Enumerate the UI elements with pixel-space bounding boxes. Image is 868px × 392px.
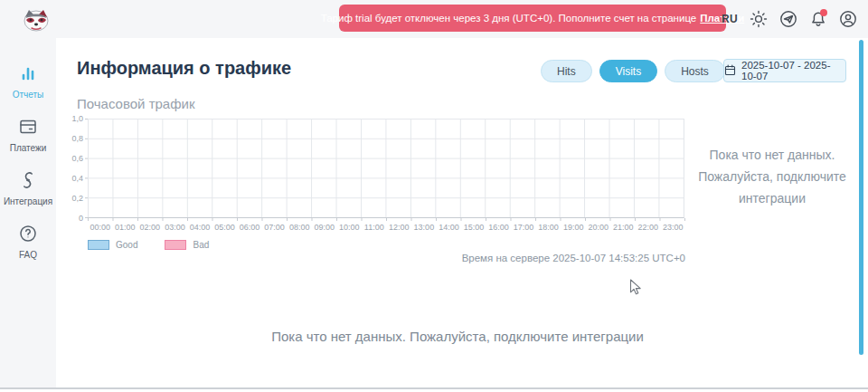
date-range-value: 2025-10-07 - 2025-10-07 [741,60,845,81]
sidebar: Отчеты Платежи Интеграция [0,38,56,387]
theme-sun-icon[interactable] [750,10,768,28]
topbar-actions: RU [722,0,857,38]
no-data-bottom-message: Пока что нет данных. Пожалуйста, подключ… [56,329,859,344]
x-tick-label: 03:00 [163,223,188,232]
page-title: Информация о трафике [77,58,291,79]
x-tick-label: 08:00 [287,223,312,232]
bottom-divider [0,387,868,389]
bar-chart-icon [18,63,38,87]
x-tick-label: 15:00 [461,223,486,232]
x-tick-label: 02:00 [137,223,163,232]
credit-card-icon [18,117,38,140]
x-tick-label: 12:00 [387,223,412,232]
sidebar-item-label: Платежи [10,143,47,153]
x-tick-label: 00:00 [88,223,113,232]
notifications-bell-icon[interactable] [809,10,827,28]
sidebar-item-label: Отчеты [13,90,44,100]
x-tick-label: 05:00 [212,223,238,232]
y-tick-label: 0,4 [71,175,83,183]
tab-visits[interactable]: Visits [599,60,657,82]
legend-swatch [165,240,186,250]
raccoon-logo-icon[interactable] [20,3,52,35]
notification-dot [820,9,827,16]
legend-item: Good [88,240,137,250]
trial-warning-banner: Тариф trial будет отключен через 3 дня (… [339,5,726,32]
y-tick-label: 0,6 [71,155,83,163]
x-tick-label: 07:00 [262,223,288,232]
sidebar-item-reports[interactable]: Отчеты [13,63,44,100]
x-tick-label: 20:00 [586,223,611,232]
integration-icon [18,170,38,194]
legend-item: Bad [165,240,209,250]
chart-title: Почасовой трафик [77,96,195,111]
x-tick-label: 06:00 [237,223,262,232]
x-tick-label: 16:00 [486,223,512,232]
x-tick-label: 04:00 [187,223,212,232]
calendar-icon [724,64,736,78]
main-content: Информация о трафике Hits Visits Hosts 2… [56,38,859,387]
top-bar: Тариф trial будет отключен через 3 дня (… [0,0,868,38]
telegram-icon[interactable] [779,10,797,28]
banner-text: Тариф trial будет отключен через 3 дня (… [321,13,697,24]
x-tick-label: 09:00 [312,223,337,232]
x-tick-label: 01:00 [113,223,138,232]
sidebar-item-label: FAQ [19,250,37,260]
y-tick-label: 1,0 [71,115,83,123]
x-tick-label: 22:00 [636,223,661,232]
y-tick-label: 0,2 [71,195,83,203]
tab-hits[interactable]: Hits [541,60,592,82]
x-tick-label: 23:00 [661,223,686,232]
x-tick-label: 18:00 [536,223,561,232]
account-icon[interactable] [839,10,857,28]
sidebar-item-integration[interactable]: Интеграция [4,170,52,206]
legend-swatch [88,240,109,250]
x-tick-label: 19:00 [561,223,586,232]
legend-label: Bad [193,240,209,250]
tab-hosts[interactable]: Hosts [665,60,725,82]
language-switcher[interactable]: RU [722,13,738,25]
traffic-type-tabs: Hits Visits Hosts [541,60,725,82]
chart-legend: GoodBad [88,240,685,250]
no-data-side-message: Пока что нет данных. Пожалуйста, подключ… [692,145,853,209]
x-tick-label: 10:00 [336,223,362,232]
x-tick-label: 21:00 [610,223,636,232]
x-tick-label: 13:00 [411,223,437,232]
y-tick-label: 0,8 [71,135,83,143]
vertical-scrollbar[interactable] [859,40,863,355]
x-tick-label: 17:00 [511,223,536,232]
chart-plot [88,119,684,218]
chart-x-tick-marks [88,218,685,221]
sidebar-item-faq[interactable]: FAQ [18,224,38,260]
date-range-picker[interactable]: 2025-10-07 - 2025-10-07 [723,59,846,82]
x-tick-label: 14:00 [437,223,462,232]
chart-y-axis: 1,00,80,60,40,20 [72,119,85,218]
question-circle-icon [18,224,38,247]
legend-label: Good [116,240,137,250]
chart-x-axis: 00:0001:0002:0003:0004:0005:0006:0007:00… [88,223,685,232]
hourly-traffic-chart: 1,00,80,60,40,20 00:0001:0002:0003:0004:… [72,119,685,250]
app-window: Тариф trial будет отключен через 3 дня (… [0,0,868,392]
sidebar-item-payments[interactable]: Платежи [10,117,47,153]
x-tick-label: 11:00 [362,223,387,232]
y-tick-label: 0 [79,215,83,223]
sidebar-item-label: Интеграция [4,196,52,206]
server-time: Время на сервере 2025-10-07 14:53:25 UTC… [72,253,685,263]
